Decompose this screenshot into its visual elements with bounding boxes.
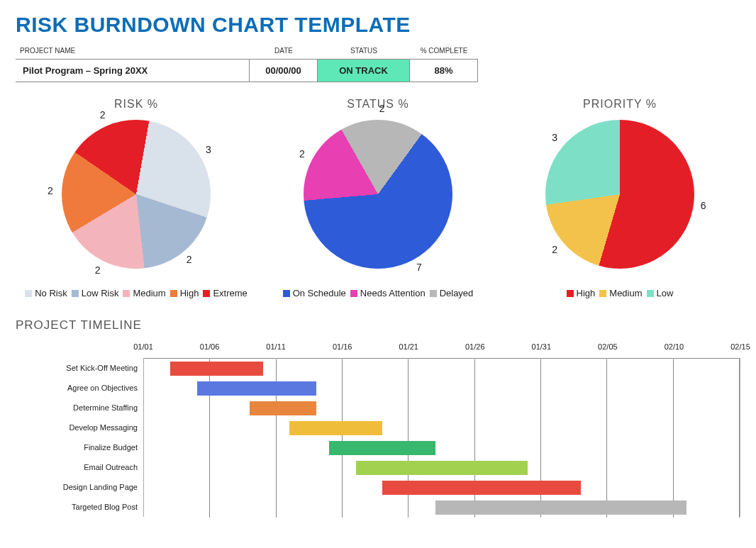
gantt-task-row xyxy=(144,498,740,518)
project-summary-table: PROJECT NAME DATE STATUS % COMPLETE Pilo… xyxy=(16,44,740,82)
th-status: STATUS xyxy=(318,44,410,59)
pie-data-label: 2 xyxy=(95,264,101,276)
priority-chart: PRIORITY % 623 HighMediumLow xyxy=(506,98,733,298)
pie-data-label: 6 xyxy=(701,200,706,211)
gantt-axis-tick: 02/05 xyxy=(598,342,618,351)
legend-label: Needs Attention xyxy=(360,288,426,298)
pie-data-label: 3 xyxy=(206,144,211,155)
gantt-task-label: Agree on Objectives xyxy=(16,378,143,398)
gantt-axis-tick: 01/21 xyxy=(399,342,418,351)
gantt-task-row xyxy=(144,359,740,379)
gantt-task-label: Design Landing Page xyxy=(16,477,143,497)
legend-item: Low Risk xyxy=(72,288,119,298)
th-complete: % COMPLETE xyxy=(410,44,478,59)
legend-swatch xyxy=(123,290,130,297)
gantt-task-row xyxy=(144,379,740,398)
legend-item: High xyxy=(567,288,596,298)
gantt-axis-tick: 01/31 xyxy=(532,342,552,351)
gantt-axis-tick: 02/15 xyxy=(730,342,750,351)
legend-label: High xyxy=(577,288,596,298)
legend-label: Medium xyxy=(133,288,165,298)
legend-item: Low xyxy=(647,288,674,298)
priority-pie: 623 xyxy=(542,116,698,272)
status-chart: STATUS % 722 On ScheduleNeeds AttentionD… xyxy=(265,98,491,298)
legend-item: Delayed xyxy=(430,288,474,298)
gantt-task-bar xyxy=(170,362,263,376)
gantt-axis-tick: 01/06 xyxy=(200,342,220,351)
th-project-name: PROJECT NAME xyxy=(16,44,250,59)
gantt-chart: Set Kick-Off MeetingAgree on ObjectivesD… xyxy=(16,358,740,517)
td-complete: 88% xyxy=(410,59,478,82)
status-chart-title: STATUS % xyxy=(265,98,491,111)
legend-label: No Risk xyxy=(35,288,67,298)
legend-item: Medium xyxy=(123,288,165,298)
priority-chart-title: PRIORITY % xyxy=(506,98,733,111)
gantt-task-row xyxy=(144,398,740,418)
legend-swatch xyxy=(283,290,290,297)
legend-label: High xyxy=(180,288,199,298)
pie-data-label: 2 xyxy=(187,254,192,265)
legend-item: On Schedule xyxy=(283,288,346,298)
status-pie: 722 xyxy=(300,116,456,272)
legend-item: No Risk xyxy=(25,288,67,298)
gantt-task-row xyxy=(144,418,740,438)
gantt-task-row xyxy=(144,458,740,478)
pie-data-label: 2 xyxy=(552,244,557,255)
th-date: DATE xyxy=(250,44,318,59)
legend-swatch xyxy=(430,290,437,297)
page-title: RISK BURNDOWN CHART TEMPLATE xyxy=(16,13,740,37)
td-project-name: Pilot Program – Spring 20XX xyxy=(16,59,250,82)
pie-slices xyxy=(304,120,452,269)
legend-label: Low Risk xyxy=(82,288,119,298)
gantt-task-row xyxy=(144,478,740,498)
legend-label: Delayed xyxy=(440,288,474,298)
gantt-task-bar xyxy=(435,501,687,515)
pie-data-label: 3 xyxy=(552,132,557,143)
legend-item: High xyxy=(170,288,199,298)
pie-data-label: 7 xyxy=(416,262,422,273)
gantt-task-label: Set Kick-Off Meeting xyxy=(16,358,143,378)
gantt-task-row xyxy=(144,438,740,458)
pie-slices xyxy=(545,120,694,269)
legend-swatch xyxy=(567,290,574,297)
gantt-task-label: Determine Staffing xyxy=(16,398,143,418)
gantt-axis-tick: 01/11 xyxy=(266,342,286,351)
gantt-task-label: Targeted Blog Post xyxy=(16,497,143,517)
gantt-task-bar xyxy=(289,421,382,435)
legend-label: Extreme xyxy=(213,288,247,298)
gantt-task-label: Finalize Budget xyxy=(16,437,143,457)
gantt-task-bar xyxy=(197,381,316,396)
gantt-task-bar xyxy=(356,461,528,475)
pie-data-label: 2 xyxy=(379,103,385,114)
td-status: ON TRACK xyxy=(318,59,410,82)
pie-data-label: 2 xyxy=(48,185,53,196)
legend-label: On Schedule xyxy=(293,288,346,298)
gantt-task-label: Email Outreach xyxy=(16,457,143,477)
gantt-axis: 01/0101/0601/1101/1601/2101/2601/3102/05… xyxy=(143,342,740,358)
gantt-task-bar xyxy=(329,441,435,455)
gantt-axis-tick: 02/10 xyxy=(665,342,684,351)
legend-label: Low xyxy=(657,288,674,298)
legend-swatch xyxy=(647,290,654,297)
legend-swatch xyxy=(599,290,606,297)
legend-item: Needs Attention xyxy=(350,288,426,298)
legend-label: Medium xyxy=(609,288,642,298)
legend-swatch xyxy=(203,290,210,297)
legend-swatch xyxy=(350,290,357,297)
legend-item: Medium xyxy=(599,288,642,298)
gantt-axis-tick: 01/01 xyxy=(133,342,153,351)
timeline-title: PROJECT TIMELINE xyxy=(16,318,740,332)
pie-data-label: 2 xyxy=(100,109,106,121)
risk-pie: 32222 xyxy=(58,116,214,272)
gantt-task-bar xyxy=(382,481,581,495)
gantt-axis-tick: 01/26 xyxy=(465,342,485,351)
td-date: 00/00/00 xyxy=(250,59,318,82)
pie-slices xyxy=(62,120,211,269)
risk-chart-title: RISK % xyxy=(23,98,250,111)
legend-item: Extreme xyxy=(203,288,247,298)
risk-chart: RISK % 32222 No RiskLow RiskMediumHighEx… xyxy=(23,98,250,298)
legend-swatch xyxy=(25,290,32,297)
legend-swatch xyxy=(170,290,177,297)
gantt-task-bar xyxy=(250,401,316,415)
gantt-axis-tick: 01/16 xyxy=(333,342,352,351)
